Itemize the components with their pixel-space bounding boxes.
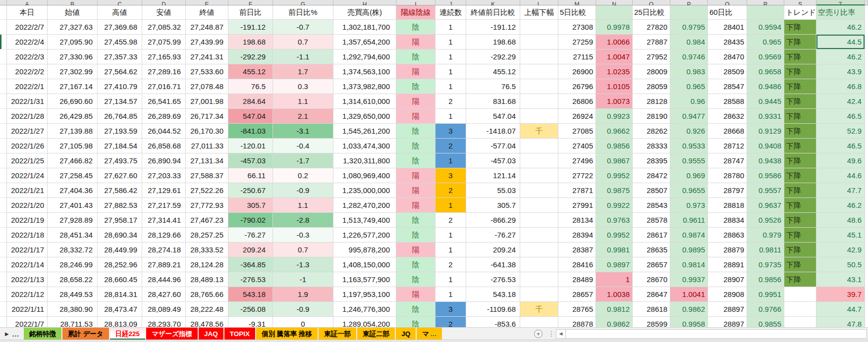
cell-D2[interactable]: 27,085.32	[142, 20, 186, 35]
cell-L2[interactable]	[520, 20, 558, 35]
cell-D12[interactable]: 27,203.33	[142, 168, 186, 183]
cell-D9[interactable]: 26,044.52	[142, 124, 186, 139]
cell-O22[interactable]: 28599	[633, 317, 670, 327]
cell-K9[interactable]: -1418.07	[466, 124, 520, 139]
cell-T5[interactable]: 43.9	[816, 64, 865, 79]
cell-F17[interactable]: 209.24	[228, 243, 273, 257]
cell-E14[interactable]: 27,772.93	[186, 198, 228, 213]
cell-A2[interactable]: 2022/2/7	[7, 20, 48, 35]
cell-D14[interactable]: 27,217.59	[142, 198, 186, 213]
cell-K18[interactable]: -641.38	[466, 257, 520, 272]
cell-D5[interactable]: 27,289.16	[142, 64, 186, 79]
header-cell-volume[interactable]: 売買高(株)	[333, 5, 396, 20]
cell-T7[interactable]: 42.4	[816, 94, 865, 109]
cell-A17[interactable]: 2022/1/17	[7, 243, 48, 257]
cell-K17[interactable]: 209.24	[466, 243, 520, 257]
cell-O7[interactable]: 28128	[633, 94, 670, 109]
cell-M10[interactable]: 27405	[558, 139, 596, 153]
cell-D22[interactable]: 28,293.70	[142, 317, 186, 327]
sheet-tab-5[interactable]: JAQ	[199, 328, 223, 340]
cell-O10[interactable]: 28333	[633, 139, 670, 153]
cell-H13[interactable]: 1,235,000,000	[333, 183, 396, 198]
cell-B17[interactable]: 28,332.72	[48, 243, 98, 257]
sheet-tab-11[interactable]: マ…	[417, 328, 442, 340]
cell-T2[interactable]: 46.2	[816, 20, 865, 35]
column-header-H[interactable]: H	[333, 0, 396, 5]
cell-O14[interactable]: 28543	[633, 198, 670, 213]
cell-H22[interactable]: 1,289,054,200	[333, 317, 396, 327]
cell-B5[interactable]: 27,302.99	[48, 64, 98, 79]
cell-R17[interactable]: 0.9811	[747, 243, 784, 257]
horizontal-scrollbar-track[interactable]	[566, 329, 867, 339]
cell-R20[interactable]: 0.9951	[747, 287, 784, 302]
cell-C13[interactable]: 27,586.42	[98, 183, 142, 198]
cell-Q16[interactable]: 28863	[708, 228, 747, 243]
cell-M16[interactable]: 28394	[558, 228, 596, 243]
cell-T22[interactable]: 47.8	[816, 317, 865, 327]
cell-Q10[interactable]: 28712	[708, 139, 747, 153]
cell-E2[interactable]: 27,248.87	[186, 20, 228, 35]
cell-D3[interactable]: 27,075.99	[142, 35, 186, 49]
cell-R16[interactable]: 0.979	[747, 228, 784, 243]
row-gutter[interactable]	[0, 198, 7, 213]
cell-B6[interactable]: 27,167.14	[48, 79, 98, 94]
cell-H10[interactable]: 1,033,474,300	[333, 139, 396, 153]
cell-E9[interactable]: 26,170.30	[186, 124, 228, 139]
cell-D17[interactable]: 28,274.18	[142, 243, 186, 257]
cell-T13[interactable]: 47.7	[816, 183, 865, 198]
header-cell-d25[interactable]: 25日比較	[633, 5, 670, 20]
cell-T16[interactable]: 45.1	[816, 228, 865, 243]
cell-P13[interactable]: 0.9655	[670, 183, 708, 198]
row-gutter[interactable]	[0, 302, 7, 317]
cell-S4[interactable]: 下降	[784, 49, 816, 64]
cell-C12[interactable]: 27,627.60	[98, 168, 142, 183]
cell-N15[interactable]: 0.9763	[596, 213, 633, 228]
cell-L6[interactable]	[520, 79, 558, 94]
cell-P3[interactable]: 0.984	[670, 35, 708, 49]
cell-P18[interactable]: 0.9814	[670, 257, 708, 272]
row-gutter[interactable]	[0, 213, 7, 228]
cell-A22[interactable]: 2022/1/7	[7, 317, 48, 327]
row-gutter[interactable]	[0, 272, 7, 287]
cell-I10[interactable]: 陰	[396, 139, 435, 153]
cell-L5[interactable]	[520, 64, 558, 79]
cell-S15[interactable]: 下降	[784, 213, 816, 228]
cell-G13[interactable]: -0.9	[273, 183, 333, 198]
cell-J6[interactable]: 1	[435, 79, 466, 94]
cell-J16[interactable]: 1	[435, 228, 466, 243]
cell-K16[interactable]: -76.27	[466, 228, 520, 243]
cell-M5[interactable]: 26900	[558, 64, 596, 79]
cell-T17[interactable]: 42.9	[816, 243, 865, 257]
cell-J20[interactable]: 1	[435, 287, 466, 302]
cell-A7[interactable]: 2022/1/31	[7, 94, 48, 109]
cell-E19[interactable]: 28,489.13	[186, 272, 228, 287]
cell-M18[interactable]: 28416	[558, 257, 596, 272]
cell-P2[interactable]: 0.9795	[670, 20, 708, 35]
cell-Q11[interactable]: 28747	[708, 153, 747, 168]
cell-I9[interactable]: 陰	[396, 124, 435, 139]
cell-Q14[interactable]: 28818	[708, 198, 747, 213]
cell-F15[interactable]: -790.02	[228, 213, 273, 228]
cell-A10[interactable]: 2022/1/26	[7, 139, 48, 153]
cell-G2[interactable]: -0.7	[273, 20, 333, 35]
cell-P11[interactable]: 0.9555	[670, 153, 708, 168]
cell-C22[interactable]: 28,813.09	[98, 317, 142, 327]
cell-B2[interactable]: 27,327.63	[48, 20, 98, 35]
cell-M22[interactable]: 28878	[558, 317, 596, 327]
row-gutter[interactable]	[0, 168, 7, 183]
cell-C9[interactable]: 27,193.59	[98, 124, 142, 139]
cell-P4[interactable]: 0.9746	[670, 49, 708, 64]
column-header-O[interactable]: O	[633, 0, 670, 5]
cell-N20[interactable]: 1.0038	[596, 287, 633, 302]
cell-C5[interactable]: 27,564.62	[98, 64, 142, 79]
cell-G5[interactable]: 1.7	[273, 64, 333, 79]
cell-E16[interactable]: 28,257.25	[186, 228, 228, 243]
cell-B12[interactable]: 27,258.45	[48, 168, 98, 183]
cell-M14[interactable]: 27991	[558, 198, 596, 213]
cell-J12[interactable]: 3	[435, 168, 466, 183]
cell-Q13[interactable]: 28797	[708, 183, 747, 198]
cell-E22[interactable]: 28,478.56	[186, 317, 228, 327]
row-gutter[interactable]	[0, 35, 7, 49]
cell-Q19[interactable]: 28907	[708, 272, 747, 287]
cell-J11[interactable]: 1	[435, 153, 466, 168]
